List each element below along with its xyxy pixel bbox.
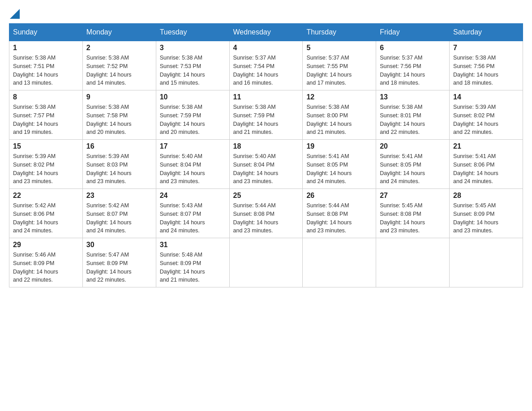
- day-number: 10: [160, 93, 226, 101]
- day-number: 25: [233, 192, 299, 200]
- calendar-cell: 26Sunrise: 5:44 AMSunset: 8:08 PMDayligh…: [303, 189, 376, 238]
- day-info: Sunrise: 5:48 AMSunset: 8:09 PMDaylight:…: [160, 251, 226, 284]
- calendar-cell: 6Sunrise: 5:37 AMSunset: 7:56 PMDaylight…: [376, 41, 450, 90]
- calendar-cell: 29Sunrise: 5:46 AMSunset: 8:09 PMDayligh…: [9, 238, 83, 287]
- day-number: 1: [13, 44, 79, 52]
- day-number: 24: [160, 192, 226, 200]
- day-info: Sunrise: 5:45 AMSunset: 8:08 PMDaylight:…: [380, 201, 446, 235]
- day-info: Sunrise: 5:38 AMSunset: 7:52 PMDaylight:…: [86, 54, 152, 87]
- page-header: [9, 9, 523, 19]
- calendar-cell: 14Sunrise: 5:39 AMSunset: 8:02 PMDayligh…: [450, 90, 523, 140]
- day-info: Sunrise: 5:38 AMSunset: 8:01 PMDaylight:…: [380, 103, 446, 137]
- calendar-cell: 4Sunrise: 5:37 AMSunset: 7:54 PMDaylight…: [229, 41, 303, 90]
- calendar-cell: [303, 238, 376, 287]
- calendar-cell: 21Sunrise: 5:41 AMSunset: 8:06 PMDayligh…: [450, 140, 523, 189]
- calendar-cell: [229, 238, 303, 287]
- day-info: Sunrise: 5:43 AMSunset: 8:07 PMDaylight:…: [160, 201, 226, 235]
- calendar-cell: 8Sunrise: 5:38 AMSunset: 7:57 PMDaylight…: [9, 90, 83, 140]
- day-info: Sunrise: 5:39 AMSunset: 8:02 PMDaylight:…: [13, 152, 79, 186]
- day-info: Sunrise: 5:40 AMSunset: 8:04 PMDaylight:…: [160, 152, 226, 186]
- day-number: 29: [13, 241, 79, 249]
- day-number: 17: [160, 142, 226, 150]
- day-number: 13: [380, 93, 446, 101]
- day-info: Sunrise: 5:42 AMSunset: 8:06 PMDaylight:…: [13, 201, 79, 235]
- day-number: 11: [233, 93, 299, 101]
- day-number: 12: [306, 93, 372, 101]
- day-info: Sunrise: 5:38 AMSunset: 7:59 PMDaylight:…: [160, 103, 226, 137]
- weekday-header-friday: Friday: [376, 24, 450, 41]
- weekday-header-thursday: Thursday: [303, 24, 376, 41]
- day-number: 3: [160, 44, 226, 52]
- week-row-5: 29Sunrise: 5:46 AMSunset: 8:09 PMDayligh…: [9, 238, 523, 287]
- day-info: Sunrise: 5:47 AMSunset: 8:09 PMDaylight:…: [86, 251, 152, 284]
- calendar-cell: 7Sunrise: 5:38 AMSunset: 7:56 PMDaylight…: [450, 41, 523, 90]
- calendar-cell: 27Sunrise: 5:45 AMSunset: 8:08 PMDayligh…: [376, 189, 450, 238]
- day-info: Sunrise: 5:38 AMSunset: 8:00 PMDaylight:…: [306, 103, 372, 137]
- day-number: 15: [13, 142, 79, 150]
- day-info: Sunrise: 5:44 AMSunset: 8:08 PMDaylight:…: [233, 201, 299, 235]
- calendar-cell: 30Sunrise: 5:47 AMSunset: 8:09 PMDayligh…: [82, 238, 156, 287]
- logo-triangle-icon: [10, 9, 20, 19]
- day-info: Sunrise: 5:42 AMSunset: 8:07 PMDaylight:…: [86, 201, 152, 235]
- calendar-cell: 1Sunrise: 5:38 AMSunset: 7:51 PMDaylight…: [9, 41, 83, 90]
- day-info: Sunrise: 5:38 AMSunset: 7:57 PMDaylight:…: [13, 103, 79, 137]
- day-info: Sunrise: 5:37 AMSunset: 7:56 PMDaylight:…: [380, 54, 446, 87]
- calendar-cell: 9Sunrise: 5:38 AMSunset: 7:58 PMDaylight…: [82, 90, 156, 140]
- week-row-3: 15Sunrise: 5:39 AMSunset: 8:02 PMDayligh…: [9, 140, 523, 189]
- calendar-cell: 12Sunrise: 5:38 AMSunset: 8:00 PMDayligh…: [303, 90, 376, 140]
- day-info: Sunrise: 5:44 AMSunset: 8:08 PMDaylight:…: [306, 201, 372, 235]
- day-info: Sunrise: 5:38 AMSunset: 7:59 PMDaylight:…: [233, 103, 299, 137]
- day-info: Sunrise: 5:41 AMSunset: 8:06 PMDaylight:…: [453, 152, 519, 186]
- day-number: 9: [86, 93, 152, 101]
- day-info: Sunrise: 5:38 AMSunset: 7:58 PMDaylight:…: [86, 103, 152, 137]
- day-info: Sunrise: 5:38 AMSunset: 7:51 PMDaylight:…: [13, 54, 79, 87]
- week-row-1: 1Sunrise: 5:38 AMSunset: 7:51 PMDaylight…: [9, 41, 523, 90]
- day-info: Sunrise: 5:40 AMSunset: 8:04 PMDaylight:…: [233, 152, 299, 186]
- weekday-header-wednesday: Wednesday: [229, 24, 303, 41]
- day-number: 8: [13, 93, 79, 101]
- day-number: 4: [233, 44, 299, 52]
- calendar-cell: 19Sunrise: 5:41 AMSunset: 8:05 PMDayligh…: [303, 140, 376, 189]
- calendar-cell: 17Sunrise: 5:40 AMSunset: 8:04 PMDayligh…: [156, 140, 229, 189]
- weekday-header-sunday: Sunday: [9, 24, 83, 41]
- calendar-cell: 18Sunrise: 5:40 AMSunset: 8:04 PMDayligh…: [229, 140, 303, 189]
- day-number: 16: [86, 142, 152, 150]
- day-info: Sunrise: 5:41 AMSunset: 8:05 PMDaylight:…: [306, 152, 372, 186]
- calendar-cell: 10Sunrise: 5:38 AMSunset: 7:59 PMDayligh…: [156, 90, 229, 140]
- calendar-cell: 16Sunrise: 5:39 AMSunset: 8:03 PMDayligh…: [82, 140, 156, 189]
- day-info: Sunrise: 5:39 AMSunset: 8:02 PMDaylight:…: [453, 103, 519, 137]
- calendar-cell: 25Sunrise: 5:44 AMSunset: 8:08 PMDayligh…: [229, 189, 303, 238]
- day-info: Sunrise: 5:46 AMSunset: 8:09 PMDaylight:…: [13, 251, 79, 284]
- calendar-cell: 23Sunrise: 5:42 AMSunset: 8:07 PMDayligh…: [82, 189, 156, 238]
- weekday-header-saturday: Saturday: [450, 24, 523, 41]
- week-row-2: 8Sunrise: 5:38 AMSunset: 7:57 PMDaylight…: [9, 90, 523, 140]
- calendar-cell: 2Sunrise: 5:38 AMSunset: 7:52 PMDaylight…: [82, 41, 156, 90]
- week-row-4: 22Sunrise: 5:42 AMSunset: 8:06 PMDayligh…: [9, 189, 523, 238]
- calendar-cell: 15Sunrise: 5:39 AMSunset: 8:02 PMDayligh…: [9, 140, 83, 189]
- calendar-cell: 20Sunrise: 5:41 AMSunset: 8:05 PMDayligh…: [376, 140, 450, 189]
- day-info: Sunrise: 5:37 AMSunset: 7:54 PMDaylight:…: [233, 54, 299, 87]
- day-number: 30: [86, 241, 152, 249]
- svg-marker-0: [10, 9, 20, 19]
- calendar-cell: 3Sunrise: 5:38 AMSunset: 7:53 PMDaylight…: [156, 41, 229, 90]
- day-info: Sunrise: 5:37 AMSunset: 7:55 PMDaylight:…: [306, 54, 372, 87]
- day-info: Sunrise: 5:39 AMSunset: 8:03 PMDaylight:…: [86, 152, 152, 186]
- day-info: Sunrise: 5:41 AMSunset: 8:05 PMDaylight:…: [380, 152, 446, 186]
- day-info: Sunrise: 5:45 AMSunset: 8:09 PMDaylight:…: [453, 201, 519, 235]
- day-number: 23: [86, 192, 152, 200]
- day-number: 22: [13, 192, 79, 200]
- weekday-header-row: SundayMondayTuesdayWednesdayThursdayFrid…: [9, 24, 523, 41]
- day-info: Sunrise: 5:38 AMSunset: 7:56 PMDaylight:…: [453, 54, 519, 87]
- calendar-cell: 31Sunrise: 5:48 AMSunset: 8:09 PMDayligh…: [156, 238, 229, 287]
- day-number: 26: [306, 192, 372, 200]
- calendar-cell: 28Sunrise: 5:45 AMSunset: 8:09 PMDayligh…: [450, 189, 523, 238]
- day-number: 21: [453, 142, 519, 150]
- calendar-cell: 22Sunrise: 5:42 AMSunset: 8:06 PMDayligh…: [9, 189, 83, 238]
- calendar-cell: 11Sunrise: 5:38 AMSunset: 7:59 PMDayligh…: [229, 90, 303, 140]
- calendar-cell: [376, 238, 450, 287]
- weekday-header-tuesday: Tuesday: [156, 24, 229, 41]
- day-number: 14: [453, 93, 519, 101]
- calendar-cell: 5Sunrise: 5:37 AMSunset: 7:55 PMDaylight…: [303, 41, 376, 90]
- calendar-cell: 13Sunrise: 5:38 AMSunset: 8:01 PMDayligh…: [376, 90, 450, 140]
- day-number: 2: [86, 44, 152, 52]
